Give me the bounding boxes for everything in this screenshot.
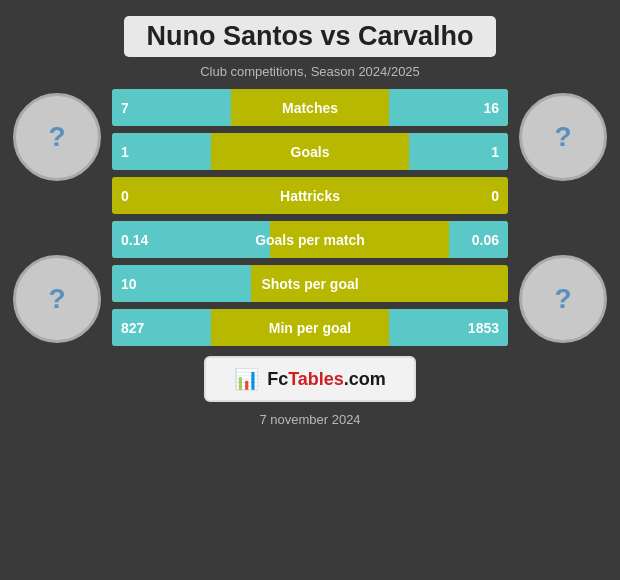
matches-value-left: 7 — [121, 100, 129, 116]
header: Nuno Santos vs Carvalho Club competition… — [104, 0, 515, 83]
question-icon-left-top: ? — [48, 121, 65, 153]
stats-column: 7 Matches 16 1 Goals 1 0 Hattricks 0 0.1… — [106, 89, 514, 346]
fctables-banner: 📊 FcTables.com — [204, 356, 416, 402]
gpm-label: Goals per match — [112, 232, 508, 248]
fctables-chart-icon: 📊 — [234, 367, 259, 391]
stat-row-goals-per-match: 0.14 Goals per match 0.06 — [112, 221, 508, 258]
stat-row-goals: 1 Goals 1 — [112, 133, 508, 170]
subtitle-text: Club competitions, Season 2024/2025 — [124, 64, 495, 79]
avatar-left-top: ? — [13, 93, 101, 181]
stat-row-min-per-goal: 827 Min per goal 1853 — [112, 309, 508, 346]
avatar-right-bottom: ? — [519, 255, 607, 343]
mpg-value-left: 827 — [121, 320, 144, 336]
right-avatars-column: ? ? — [514, 89, 612, 343]
stat-row-shots-per-goal: 10 Shots per goal — [112, 265, 508, 302]
stat-row-hattricks: 0 Hattricks 0 — [112, 177, 508, 214]
stat-row-matches: 7 Matches 16 — [112, 89, 508, 126]
title-text: Nuno Santos vs Carvalho — [146, 21, 473, 51]
gpm-value-left: 0.14 — [121, 232, 148, 248]
question-icon-left-bottom: ? — [48, 283, 65, 315]
content-area: ? ? 7 Matches 16 1 Goals 1 0 Hattricks 0 — [0, 83, 620, 352]
spg-value-left: 10 — [121, 276, 137, 292]
question-icon-right-top: ? — [554, 121, 571, 153]
avatar-right-top: ? — [519, 93, 607, 181]
gpm-value-right: 0.06 — [472, 232, 499, 248]
matches-label: Matches — [112, 100, 508, 116]
goals-label: Goals — [112, 144, 508, 160]
footer-date: 7 november 2024 — [259, 412, 360, 427]
question-icon-right-bottom: ? — [554, 283, 571, 315]
hattricks-label: Hattricks — [112, 188, 508, 204]
goals-value-left: 1 — [121, 144, 129, 160]
spg-label: Shots per goal — [112, 276, 508, 292]
left-avatars-column: ? ? — [8, 89, 106, 343]
mpg-value-right: 1853 — [468, 320, 499, 336]
hattricks-value-right: 0 — [491, 188, 499, 204]
goals-value-right: 1 — [491, 144, 499, 160]
page-title: Nuno Santos vs Carvalho — [124, 16, 495, 57]
avatar-left-bottom: ? — [13, 255, 101, 343]
mpg-label: Min per goal — [112, 320, 508, 336]
fctables-label: FcTables.com — [267, 369, 386, 390]
hattricks-value-left: 0 — [121, 188, 129, 204]
matches-value-right: 16 — [483, 100, 499, 116]
